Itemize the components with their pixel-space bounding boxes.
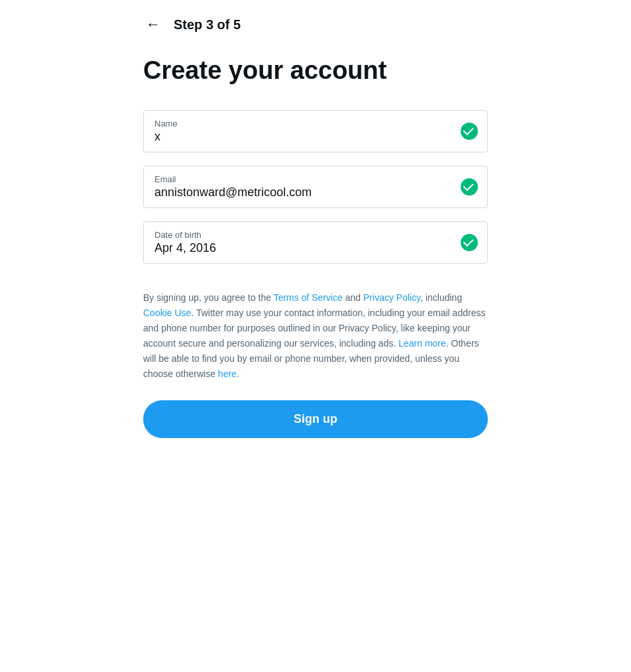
- step-indicator: Step 3 of 5: [174, 17, 241, 32]
- here-link[interactable]: here: [218, 368, 237, 379]
- name-label: Name: [154, 119, 477, 129]
- dob-valid-icon: [461, 234, 478, 251]
- legal-text: By signing up, you agree to the Terms of…: [143, 290, 488, 382]
- page-title: Create your account: [143, 56, 488, 86]
- dob-value: Apr 4, 2016: [154, 241, 477, 255]
- name-valid-icon: [461, 123, 478, 140]
- name-field[interactable]: Name x: [143, 110, 488, 152]
- email-field[interactable]: Email annistonward@metricool.com: [143, 166, 488, 208]
- legal-suffix: .: [237, 368, 239, 379]
- legal-conjunction: and: [343, 292, 363, 303]
- learn-more-link[interactable]: Learn more: [398, 338, 446, 349]
- back-button[interactable]: ←: [143, 13, 163, 36]
- privacy-policy-link[interactable]: Privacy Policy: [363, 292, 420, 303]
- legal-middle1: , including: [420, 292, 462, 303]
- back-arrow-icon: ←: [146, 16, 160, 33]
- header: ← Step 3 of 5: [143, 0, 488, 56]
- dob-field[interactable]: Date of birth Apr 4, 2016: [143, 221, 488, 264]
- name-value: x: [154, 130, 477, 144]
- email-value: annistonward@metricool.com: [154, 186, 477, 199]
- cookie-use-link[interactable]: Cookie Use: [143, 308, 191, 318]
- dob-label: Date of birth: [154, 230, 477, 240]
- signup-button[interactable]: Sign up: [143, 400, 488, 438]
- email-valid-icon: [461, 178, 478, 196]
- email-label: Email: [154, 174, 477, 184]
- legal-prefix: By signing up, you agree to the: [143, 292, 274, 303]
- terms-of-service-link[interactable]: Terms of Service: [274, 292, 343, 303]
